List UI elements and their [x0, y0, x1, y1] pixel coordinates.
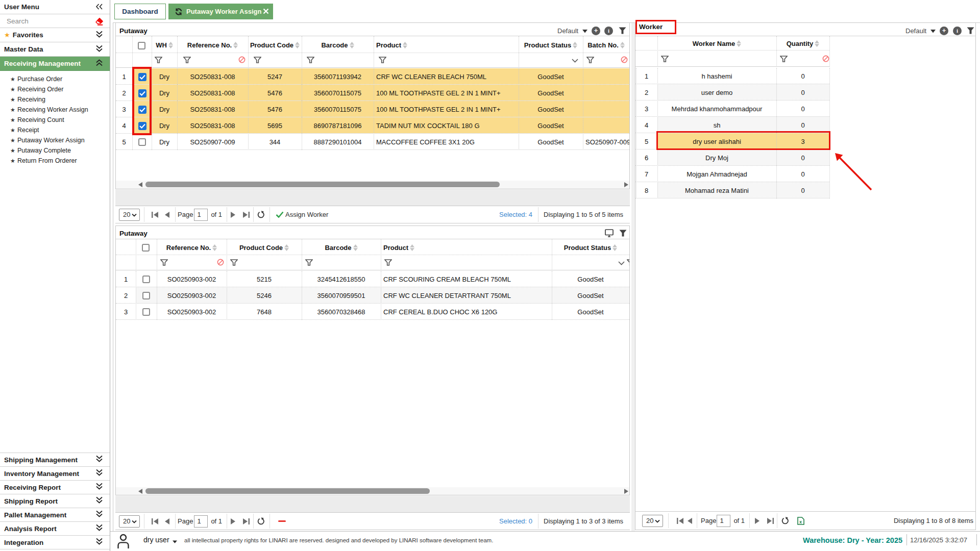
svg-text:x: x	[799, 519, 802, 524]
